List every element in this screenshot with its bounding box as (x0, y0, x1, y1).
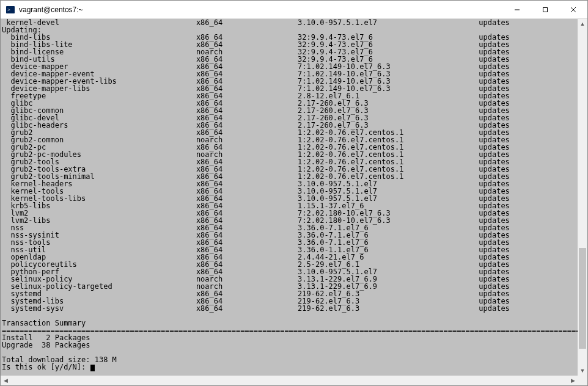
app-window: > vagrant@centos7:~ kernel-devel x86_64 … (0, 0, 588, 386)
terminal-area[interactable]: kernel-devel x86_64 3.10.0-957.5.1.el7 u… (1, 19, 587, 376)
vertical-scrollbar[interactable]: ▲ ▼ (578, 19, 587, 376)
hscroll-track[interactable] (10, 376, 568, 385)
scroll-thumb[interactable] (579, 248, 586, 349)
minimize-button[interactable] (503, 1, 531, 18)
scroll-left-arrow-icon[interactable]: ◀ (1, 376, 10, 385)
close-button[interactable] (559, 1, 587, 18)
window-title: vagrant@centos7:~ (19, 5, 503, 14)
scroll-corner (578, 376, 587, 385)
powershell-icon: > (6, 5, 15, 15)
svg-text:>: > (7, 7, 10, 13)
horizontal-scrollbar[interactable]: ◀ ▶ (1, 376, 587, 385)
scroll-track[interactable] (578, 29, 587, 366)
scroll-down-arrow-icon[interactable]: ▼ (578, 366, 587, 376)
svg-rect-3 (543, 7, 548, 12)
terminal-output: kernel-devel x86_64 3.10.0-957.5.1.el7 u… (1, 19, 578, 371)
scroll-right-arrow-icon[interactable]: ▶ (568, 376, 578, 385)
cursor (90, 365, 95, 371)
titlebar[interactable]: > vagrant@centos7:~ (1, 1, 587, 19)
scroll-up-arrow-icon[interactable]: ▲ (578, 19, 587, 29)
maximize-button[interactable] (531, 1, 559, 18)
